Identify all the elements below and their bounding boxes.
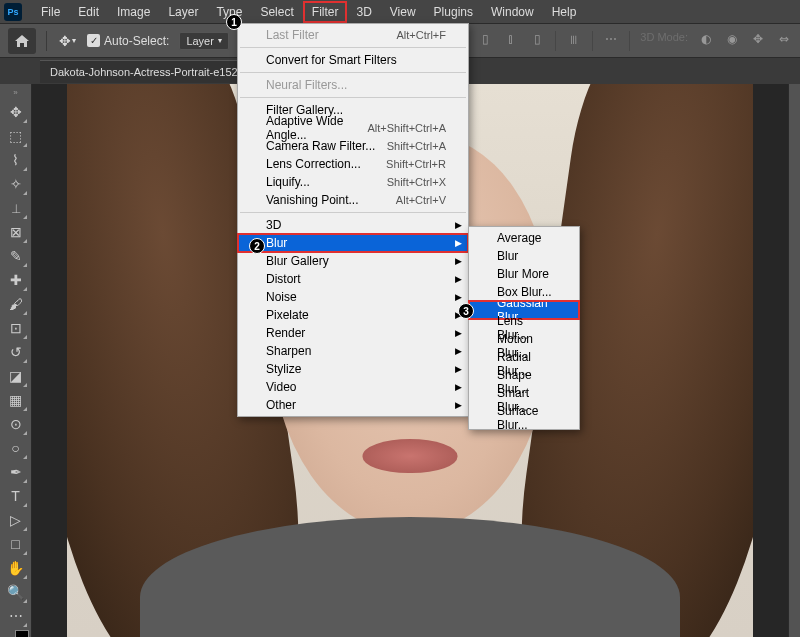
submenu-arrow-icon: ▶ [455,256,462,266]
distribute-icon[interactable]: ⫼ [566,31,582,47]
align-icons-group: ▯ ⫿ ▯ ⫼ ⋯ 3D Mode: ◐ ◉ ✥ ⇔ [477,31,792,51]
document-tab[interactable]: Dakota-Johnson-Actress-Portrait-e1522… [40,60,265,83]
menu-item-other[interactable]: Other▶ [238,396,468,414]
annotation-badge-1: 1 [226,14,242,30]
menu-view[interactable]: View [381,1,425,23]
menu-item-lens-correction[interactable]: Lens Correction...Shift+Ctrl+R [238,155,468,173]
right-panel-collapsed[interactable] [788,84,800,637]
path-select-tool[interactable]: ▷ [4,508,28,532]
align-center-icon[interactable]: ⫿ [503,31,519,47]
align-right-icon[interactable]: ▯ [529,31,545,47]
home-button[interactable] [8,28,36,54]
separator [629,31,630,51]
align-left-icon[interactable]: ▯ [477,31,493,47]
submenu-arrow-icon: ▶ [455,220,462,230]
submenu-arrow-icon: ▶ [455,382,462,392]
blur-submenu-dropdown: AverageBlurBlur MoreBox Blur...Gaussian … [468,226,580,430]
menu-layer[interactable]: Layer [159,1,207,23]
menu-3d[interactable]: 3D [347,1,380,23]
submenu-item-blur[interactable]: Blur [469,247,579,265]
frame-tool[interactable]: ⊠ [4,220,28,244]
menu-edit[interactable]: Edit [69,1,108,23]
pen-tool[interactable]: ✒ [4,460,28,484]
menu-item-video[interactable]: Video▶ [238,378,468,396]
eraser-tool[interactable]: ◪ [4,364,28,388]
menu-item-liquify[interactable]: Liquify...Shift+Ctrl+X [238,173,468,191]
stamp-tool[interactable]: ⊡ [4,316,28,340]
healing-tool[interactable]: ✚ [4,268,28,292]
magic-wand-tool[interactable]: ✧ [4,172,28,196]
layer-dropdown[interactable]: Layer ▾ [179,32,229,50]
rect-tool[interactable]: □ [4,532,28,556]
menu-window[interactable]: Window [482,1,543,23]
menu-item-pixelate[interactable]: Pixelate▶ [238,306,468,324]
menu-item-vanishing-point[interactable]: Vanishing Point...Alt+Ctrl+V [238,191,468,209]
marquee-tool[interactable]: ⬚ [4,124,28,148]
submenu-item-blur-more[interactable]: Blur More [469,265,579,283]
type-tool[interactable]: T [4,484,28,508]
more-tools[interactable]: ⋯ [4,604,28,628]
panel-expand-icon[interactable]: » [13,88,17,96]
menu-item-sharpen[interactable]: Sharpen▶ [238,342,468,360]
submenu-arrow-icon: ▶ [455,238,462,248]
zoom-tool[interactable]: 🔍 [4,580,28,604]
photoshop-logo: Ps [4,3,22,21]
checkbox-icon: ✓ [87,34,100,47]
menu-separator [240,47,466,48]
dodge-tool[interactable]: ○ [4,436,28,460]
menu-help[interactable]: Help [543,1,586,23]
menu-separator [240,212,466,213]
lasso-tool[interactable]: ⌇ [4,148,28,172]
submenu-arrow-icon: ▶ [455,274,462,284]
menu-select[interactable]: Select [251,1,302,23]
move-tool-icon[interactable]: ✥▾ [57,31,77,51]
move-tool[interactable]: ✥ [4,100,28,124]
menu-item-distort[interactable]: Distort▶ [238,270,468,288]
menu-item-neural-filters: Neural Filters... [238,76,468,94]
separator [592,31,593,51]
annotation-badge-2: 2 [249,238,265,254]
menu-bar: Ps FileEditImageLayerTypeSelectFilter3DV… [0,0,800,24]
menu-file[interactable]: File [32,1,69,23]
menu-item-blur-gallery[interactable]: Blur Gallery▶ [238,252,468,270]
menu-item-3d[interactable]: 3D▶ [238,216,468,234]
menu-separator [240,72,466,73]
chevron-down-icon: ▾ [218,36,222,45]
threed-slide-icon[interactable]: ⇔ [776,31,792,47]
crop-tool[interactable]: ⟂ [4,196,28,220]
gradient-tool[interactable]: ▦ [4,388,28,412]
menu-item-stylize[interactable]: Stylize▶ [238,360,468,378]
menu-item-adaptive-wide-angle[interactable]: Adaptive Wide Angle...Alt+Shift+Ctrl+A [238,119,468,137]
menu-filter[interactable]: Filter [303,1,348,23]
submenu-arrow-icon: ▶ [455,292,462,302]
filter-menu-dropdown: Last FilterAlt+Ctrl+FConvert for Smart F… [237,23,469,417]
submenu-arrow-icon: ▶ [455,400,462,410]
hand-tool[interactable]: ✋ [4,556,28,580]
blur-tool[interactable]: ⊙ [4,412,28,436]
eyedropper-tool[interactable]: ✎ [4,244,28,268]
menu-plugins[interactable]: Plugins [425,1,482,23]
auto-select-option[interactable]: ✓ Auto-Select: [87,34,169,48]
menu-item-noise[interactable]: Noise▶ [238,288,468,306]
submenu-arrow-icon: ▶ [455,328,462,338]
menu-image[interactable]: Image [108,1,159,23]
threed-mode-label: 3D Mode: [640,31,688,51]
menu-item-render[interactable]: Render▶ [238,324,468,342]
menu-item-convert-for-smart-filters[interactable]: Convert for Smart Filters [238,51,468,69]
bg-color-swatch [15,630,29,637]
tool-panel: » ✥⬚⌇✧⟂⊠✎✚🖌⊡↺◪▦⊙○✒T▷□✋🔍⋯ [0,84,32,637]
menu-item-blur[interactable]: Blur▶ [238,234,468,252]
menu-separator [240,97,466,98]
submenu-item-surface-blur[interactable]: Surface Blur... [469,409,579,427]
separator [46,31,47,51]
submenu-arrow-icon: ▶ [455,364,462,374]
threed-roll-icon[interactable]: ◉ [724,31,740,47]
more-icon[interactable]: ⋯ [603,31,619,47]
threed-pan-icon[interactable]: ✥ [750,31,766,47]
auto-select-label: Auto-Select: [104,34,169,48]
submenu-item-average[interactable]: Average [469,229,579,247]
history-brush-tool[interactable]: ↺ [4,340,28,364]
menu-item-camera-raw-filter[interactable]: Camera Raw Filter...Shift+Ctrl+A [238,137,468,155]
brush-tool[interactable]: 🖌 [4,292,28,316]
threed-orbit-icon[interactable]: ◐ [698,31,714,47]
